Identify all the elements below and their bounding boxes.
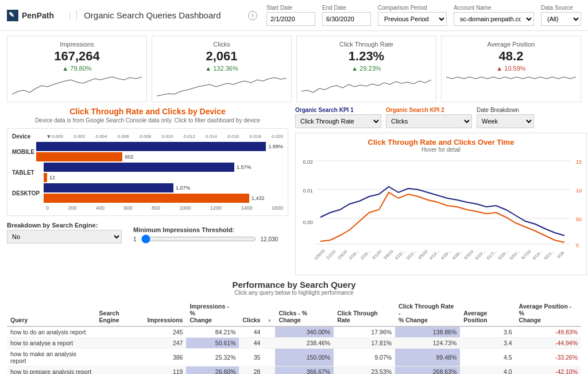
engine-filter-label: Breakdown by Search Engine: <box>7 222 122 229</box>
cell-filter <box>264 326 275 338</box>
filter-icon[interactable]: ▼ <box>46 133 52 140</box>
kpi-impressions: Impressions 167,264 ▲ 79.80% <box>7 36 147 102</box>
table-row[interactable]: how to do an analysis report 245 84.21% … <box>7 326 581 338</box>
source-label: Data Source <box>541 5 581 11</box>
desktop-ctr-bar <box>44 183 173 192</box>
col-query[interactable]: Query <box>7 300 96 326</box>
start-date-control: Start Date <box>266 5 315 26</box>
cell-avg-pos: 4.0 <box>460 367 515 375</box>
table-row[interactable]: how to make an analysis report 386 25.32… <box>7 349 581 367</box>
cell-engine <box>96 367 144 375</box>
mobile-row: MOBILE 1.89% 602 <box>12 142 283 161</box>
svg-text:5/17/...: 5/17/... <box>486 249 497 260</box>
date-breakdown: Date Breakdown Week <box>477 107 534 128</box>
ctr-axis: 0.0000.0020.0040.0060.0080.0100.0120.014… <box>52 134 283 139</box>
account-control: Account Name sc-domain:penpath.com <box>454 5 534 26</box>
threshold-range[interactable] <box>141 234 256 244</box>
kpi-avg-pos-value: 48.2 <box>446 49 576 64</box>
cell-query[interactable]: how to analyse a report <box>7 338 96 349</box>
col-ctr[interactable]: Click Through Rate <box>334 300 395 326</box>
end-date-input[interactable] <box>322 12 371 26</box>
kpi-impressions-title: Impressions <box>12 41 142 48</box>
kpi-clicks-title: Clicks <box>157 41 287 48</box>
table-row[interactable]: how to prepare analysis report 119 26.60… <box>7 367 581 375</box>
kpi2-select[interactable]: Clicks <box>386 114 472 128</box>
svg-text:3/8/20: 3/8/20 <box>383 249 394 260</box>
kpi1-select[interactable]: Click Through Rate <box>295 114 381 128</box>
col-imp-change[interactable]: Impressions - %Change <box>186 300 239 326</box>
header: PenPath | Organic Search Queries Dashboa… <box>0 0 588 31</box>
kpi2-label: Organic Search KPI 2 <box>386 107 472 113</box>
desktop-label: DESKTOP <box>12 190 44 196</box>
engine-filter-select[interactable]: No <box>7 230 122 244</box>
cell-ctr: 17.81% <box>334 338 395 349</box>
line-chart-svg-container: 0.02 0.01 0.00 150 100 50 0 <box>300 155 582 270</box>
cell-imp-change: 84.21% <box>186 326 239 338</box>
cell-imp-change: 25.32% <box>186 349 239 367</box>
cell-ctr-change: 99.48% <box>395 349 460 367</box>
cell-ctr-change: 124.73% <box>395 338 460 349</box>
svg-text:3/15/...: 3/15/... <box>394 249 405 260</box>
cell-clicks-change: 340.00% <box>275 326 334 338</box>
mobile-clicks-val: 602 <box>125 154 133 160</box>
svg-text:4/12/...: 4/12/... <box>428 249 440 260</box>
tablet-row: TABLET 1.57% 12 <box>12 163 283 182</box>
comparison-label: Comparison Period <box>378 5 447 11</box>
cell-clicks: 35 <box>239 349 264 367</box>
kpi-clicks-change: ▲ 132.36% <box>157 65 287 72</box>
kpi-impressions-change: ▲ 79.80% <box>12 65 142 72</box>
start-date-label: Start Date <box>266 5 315 11</box>
svg-text:1/26/20: 1/26/20 <box>313 248 326 261</box>
kpi-avg-pos-change: ▲ 10.59% <box>446 65 576 72</box>
account-select[interactable]: sc-domain:penpath.com <box>454 12 534 26</box>
line-title-clicks: Clicks <box>454 138 475 146</box>
svg-text:3/22/...: 3/22/... <box>405 249 417 260</box>
cell-ctr: 23.53% <box>334 367 395 375</box>
kpi-avg-pos-title: Average Position <box>446 41 576 48</box>
table-row[interactable]: how to analyse a report 247 50.61% 44 23… <box>7 338 581 349</box>
col-clicks[interactable]: Clicks <box>239 300 264 326</box>
col-pos-change[interactable]: Average Position - %Change <box>516 300 582 326</box>
cell-query[interactable]: how to make an analysis report <box>7 349 96 367</box>
cell-filter <box>264 349 275 367</box>
col-clicks-change[interactable]: Clicks - % Change <box>275 300 334 326</box>
svg-text:0.01: 0.01 <box>303 188 313 194</box>
svg-text:2/2/20: 2/2/20 <box>326 249 336 260</box>
desktop-clicks-val: 1,432 <box>252 195 265 201</box>
cell-clicks-change: 238.46% <box>275 338 334 349</box>
cell-query[interactable]: how to do an analysis report <box>7 326 96 338</box>
main-row: Click Through Rate and Clicks by Device … <box>0 107 588 275</box>
svg-text:5/24/...: 5/24/... <box>497 249 509 260</box>
line-title-and: and <box>438 138 454 146</box>
source-control: Data Source (All) <box>541 5 581 26</box>
cell-ctr-change: 138.86% <box>395 326 460 338</box>
kpi-ctr-change: ▲ 29.23% <box>301 65 431 72</box>
source-select[interactable]: (All) <box>541 12 581 26</box>
kpi2-selector: Organic Search KPI 2 Clicks <box>386 107 472 128</box>
col-impressions[interactable]: Impressions <box>144 300 187 326</box>
cell-query[interactable]: how to prepare analysis report <box>7 367 96 375</box>
cell-avg-pos: 3.4 <box>460 338 515 349</box>
comparison-select[interactable]: Previous Period <box>378 12 447 26</box>
tablet-label: TABLET <box>12 169 44 176</box>
col-ctr-change[interactable]: Click Through Rate -% Change <box>395 300 460 326</box>
cell-clicks-change: 150.00% <box>275 349 334 367</box>
svg-text:6/14/...: 6/14/... <box>532 249 543 260</box>
threshold-filter: Minimum Impressions Threshold: 1 12,030 <box>133 226 278 244</box>
comparison-control: Comparison Period Previous Period <box>378 5 447 26</box>
kpi-ctr-title: Click Through Rate <box>301 41 431 48</box>
end-date-control: End Date <box>322 5 371 26</box>
kpi-ctr: Click Through Rate 1.23% ▲ 29.23% <box>296 36 436 102</box>
info-icon[interactable]: i <box>248 11 257 20</box>
svg-text:2/23/...: 2/23/... <box>359 249 371 260</box>
cell-pos-change: -33.26% <box>516 349 582 367</box>
device-chart-title-end: by Device <box>188 107 225 116</box>
date-breakdown-select[interactable]: Week <box>477 114 534 128</box>
col-avg-pos[interactable]: Average Position <box>460 300 515 326</box>
col-engine[interactable]: Search Engine <box>96 300 144 326</box>
col-filter[interactable]: ▼ <box>264 300 275 326</box>
device-chart-title-and: and <box>145 107 162 116</box>
line-title-ctr: Click Through Rate <box>368 138 436 146</box>
start-date-input[interactable] <box>266 12 315 26</box>
device-chart-title-clicks: Clicks <box>162 107 185 116</box>
